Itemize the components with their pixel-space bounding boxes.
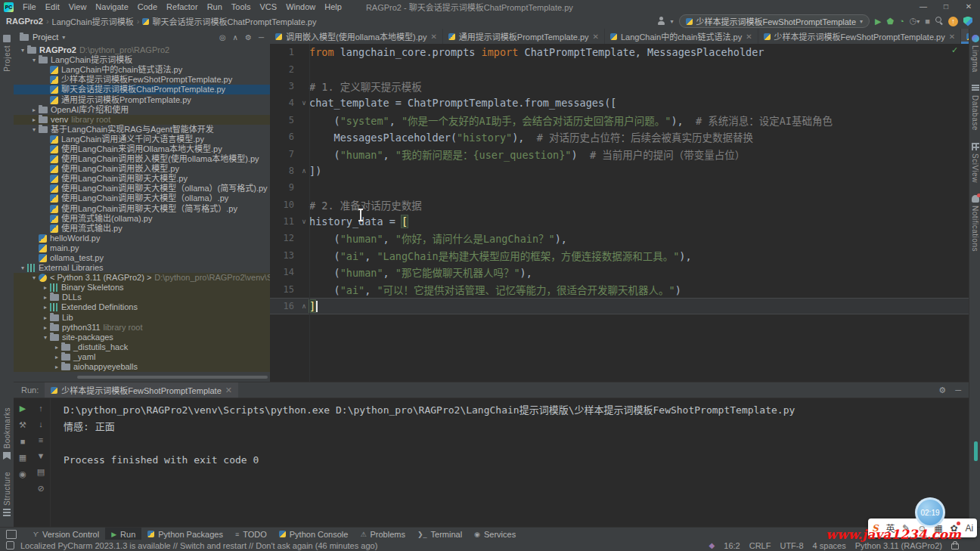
menu-help[interactable]: Help [320,2,346,11]
close-icon[interactable]: ✕ [593,33,599,41]
maximize-button[interactable]: □ [935,0,957,14]
chevron-down-icon[interactable]: ▾ [18,45,27,55]
stripe-item-notifications[interactable]: Notifications [969,189,980,258]
tree-item[interactable]: ▾RAGPro2D:\python_pro\RAGPro2 [14,45,270,55]
down-stack-trace-icon[interactable]: ↓ [39,419,43,429]
tree-item[interactable]: 使用LangChain调用聊天大模型（ollama）(简写格式).py [14,184,270,193]
hide-run-panel-icon[interactable]: ─ [955,385,961,395]
settings-icon[interactable]: ⚙ [245,33,252,42]
tree-item[interactable]: ▸Lib [14,313,270,323]
user-dropdown-arrow-icon[interactable]: ▾ [671,18,674,25]
menu-window[interactable]: Window [281,2,320,11]
console-scrollbar-thumb[interactable] [974,441,978,461]
status-message[interactable]: Localized PyCharm 2023.1.3 is available … [20,541,377,550]
lingma-shield-icon[interactable] [963,17,972,26]
tree-item[interactable]: 使用LangChain调用嵌入模型.py [14,164,270,174]
collapse-all-icon[interactable]: ∧ [233,33,238,42]
tool-window-button-python-packages[interactable]: Python Packages [141,528,229,540]
run-with-coverage-button[interactable]: ◔ [899,17,904,26]
modify-run-config-icon[interactable]: ⚒ [19,420,26,430]
breadcrumb-item[interactable]: LangChain提示词模板 [52,15,134,27]
close-button[interactable]: ✕ [957,0,980,14]
tree-item[interactable]: ▸Binary Skeletons [14,283,270,293]
hide-panel-icon[interactable]: ─ [259,33,264,42]
clear-console-icon[interactable]: ⊘ [37,484,44,494]
fold-marker-icon[interactable]: ∧ [299,167,309,175]
tree-item[interactable]: ▸python311library root [14,323,270,333]
chevron-down-icon[interactable]: ▾ [29,125,39,135]
tree-item[interactable]: ▸_yaml [14,352,270,362]
chevron-down-icon[interactable]: ▾ [41,333,50,342]
search-everywhere-icon[interactable] [935,17,943,26]
cursor-position[interactable]: 16:2 [724,541,740,550]
tree-item[interactable]: ▸Extended Definitions [14,302,270,312]
tree-item[interactable]: 使用LangChain调用聊天大模型（简写格式）.py [14,204,270,214]
locate-icon[interactable]: ◎ [219,33,226,42]
upgrade-icon[interactable]: ↑ [948,17,958,26]
indent-setting[interactable]: 4 spaces [813,541,846,550]
tree-item[interactable]: ▾site-packages [14,333,270,342]
close-icon[interactable]: ✕ [430,33,436,41]
stop-button[interactable]: ■ [925,17,930,26]
menu-view[interactable]: View [64,2,91,11]
tree-item[interactable]: 使用流式输出(ollama).py [14,214,270,224]
chevron-down-icon[interactable]: ▾ [29,273,39,283]
scroll-to-end-icon[interactable]: ▼ [37,451,45,460]
profiler-button[interactable]: ◷▾ [910,16,920,26]
editor-tab[interactable]: 通用提示词模板PromptTemplate.py✕ [443,29,605,44]
stripe-item-bookmarks[interactable]: Bookmarks [0,401,14,466]
tree-item[interactable]: ▸_distutils_hack [14,342,270,352]
fold-marker-icon[interactable]: ∨ [299,99,309,107]
chevron-down-icon[interactable]: ▾ [29,55,39,65]
tree-item[interactable]: ▸venvlibrary root [14,115,270,125]
project-panel-title[interactable]: Project [33,33,58,42]
horizontal-scrollbar-thumb[interactable] [77,376,268,379]
chevron-right-icon[interactable]: ▸ [41,293,50,302]
tree-item[interactable]: ollama_test.py [14,253,270,263]
breadcrumb-item[interactable]: RAGPro2 [6,17,43,26]
breadcrumb-item[interactable]: 聊天会话提示词模板ChatPromptTemplate.py [152,15,316,27]
close-icon[interactable]: ✕ [746,33,752,41]
editor-tab[interactable]: 聊天会话提示词模板ChatPromptTemplate.py✕ [961,29,969,44]
lock-icon[interactable] [951,543,959,549]
line-separator[interactable]: CRLF [749,541,771,550]
menu-vcs[interactable]: VCS [256,2,282,11]
ide-update-icon[interactable]: ◆ [709,541,715,549]
user-account-icon[interactable] [657,17,665,26]
python-interpreter[interactable]: Python 3.11 (RAGPro2) [855,541,942,550]
tool-window-button-terminal[interactable]: ❯_Terminal [411,528,468,540]
tree-item[interactable]: ▸DLLs [14,293,270,302]
stripe-item-lingma[interactable]: Lingma [969,29,980,79]
chevron-right-icon[interactable]: ▸ [41,302,50,312]
ime-ai-label[interactable]: Ai [965,523,973,534]
menu-run[interactable]: Run [203,2,227,11]
chevron-right-icon[interactable]: ▸ [41,283,50,293]
close-icon[interactable]: ✕ [225,385,232,395]
run-console-tab[interactable]: 少样本提示词模板FewShotPromptTemplate ✕ [45,382,238,398]
soft-wrap-icon[interactable]: ≡ [39,435,43,444]
tool-window-button-problems[interactable]: ⚠Problems [354,528,411,540]
print-icon[interactable]: ▤ [37,467,45,477]
menu-refactor[interactable]: Refactor [162,2,203,11]
tool-window-button-python-console[interactable]: Python Console [273,528,355,540]
close-icon[interactable]: ✕ [949,33,955,41]
tree-item[interactable]: LangChain调用通义千问大语言模型.py [14,135,270,144]
tool-window-switcher-icon[interactable] [6,530,17,539]
editor-tab[interactable]: LangChain中的chain链式语法.py✕ [605,29,758,44]
chevron-right-icon[interactable]: ▸ [41,313,50,323]
tree-item[interactable]: ▾External Libraries [14,263,270,273]
up-stack-trace-icon[interactable]: ↑ [39,404,43,413]
tool-window-button-todo[interactable]: ≡TODO [229,528,273,540]
layout-settings-icon[interactable]: ▦ [19,453,26,463]
tree-item[interactable]: 使用流式输出.py [14,224,270,234]
tree-item[interactable]: helloWorld.py [14,234,270,243]
code-editor[interactable]: 1from langchain_core.prompts import Chat… [270,44,969,382]
stripe-item-sciview[interactable]: SciView [969,137,980,189]
stripe-item-database[interactable]: Database [969,79,980,137]
update-notification-icon[interactable] [6,541,14,549]
editor-tab[interactable]: 调用嵌入模型(使用ollama本地模型).py✕ [270,29,443,44]
tree-item[interactable]: ▸OpenAI库介绍和使用 [14,105,270,115]
stop-button[interactable]: ■ [20,437,26,446]
tree-item[interactable]: LangChain中的chain链式语法.py [14,65,270,75]
tree-item[interactable]: 使用LangChain调用聊天大模型（ollama）.py [14,193,270,203]
